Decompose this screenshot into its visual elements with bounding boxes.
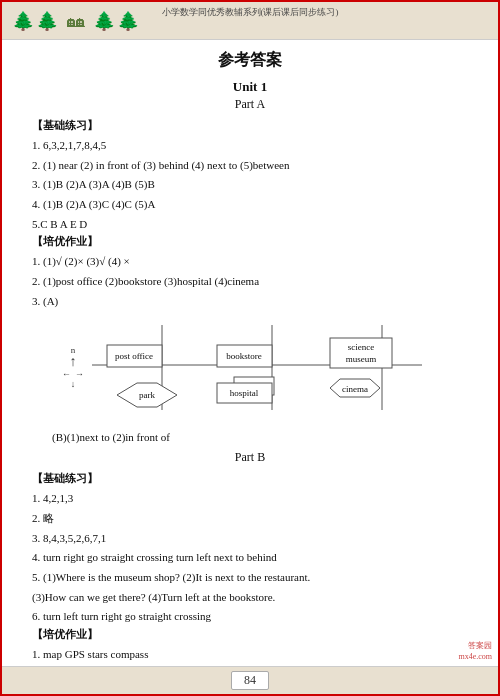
b-answer-4: 4. turn right go straight crossing turn … bbox=[32, 548, 468, 567]
top-banner: 🌲🌲 🏘 🌲🌲 小学数学同优秀教辅系列(课后课后同步练习) bbox=[2, 2, 498, 40]
main-title: 参考答案 bbox=[32, 50, 468, 71]
answer-1: 1. 6,3,2,1,7,8,4,5 bbox=[32, 136, 468, 155]
part-a-title: Part A bbox=[32, 97, 468, 112]
page-number: 84 bbox=[231, 671, 269, 690]
svg-text:hospital: hospital bbox=[230, 388, 259, 398]
part-b-title: Part B bbox=[32, 450, 468, 465]
b-answer-1: 1. 4,2,1,3 bbox=[32, 489, 468, 508]
section-label-peiyou-b: 【培优作业】 bbox=[32, 627, 468, 642]
section-label-peiyou: 【培优作业】 bbox=[32, 234, 468, 249]
b-answer-6: 6. turn left turn right go straight cros… bbox=[32, 607, 468, 626]
answer-3: 3. (1)B (2)A (3)A (4)B (5)B bbox=[32, 175, 468, 194]
diagram-svg: post office bookstore science museum hom… bbox=[82, 315, 452, 420]
svg-text:park: park bbox=[139, 390, 155, 400]
diagram-caption: (B)(1)next to (2)in front of bbox=[52, 428, 468, 447]
peiyou-2: 2. (1)post office (2)bookstore (3)hospit… bbox=[32, 272, 468, 291]
b-answer-5a: 5. (1)Where is the museum shop? (2)It is… bbox=[32, 568, 468, 587]
bottom-bar: 84 bbox=[2, 666, 498, 694]
svg-text:post office: post office bbox=[115, 351, 153, 361]
b-peiyou-1: 1. map GPS stars compass bbox=[32, 645, 468, 664]
page-container: 🌲🌲 🏘 🌲🌲 小学数学同优秀教辅系列(课后课后同步练习) 参考答案 Unit … bbox=[0, 0, 500, 696]
b-answer-5b: (3)How can we get there? (4)Turn left at… bbox=[32, 588, 468, 607]
peiyou-1: 1. (1)√ (2)× (3)√ (4) × bbox=[32, 252, 468, 271]
banner-trees-icon: 🌲🌲 🏘 🌲🌲 bbox=[12, 10, 141, 32]
answer-2: 2. (1) near (2) in front of (3) behind (… bbox=[32, 156, 468, 175]
main-content: 参考答案 Unit 1 Part A 【基础练习】 1. 6,3,2,1,7,8… bbox=[2, 40, 498, 694]
watermark: 答案园mx4e.com bbox=[458, 641, 492, 662]
peiyou-3: 3. (A) bbox=[32, 292, 468, 311]
section-label-jichu-b: 【基础练习】 bbox=[32, 471, 468, 486]
answer-4: 4. (1)B (2)A (3)C (4)C (5)A bbox=[32, 195, 468, 214]
svg-text:museum: museum bbox=[346, 354, 377, 364]
answer-5: 5.C B A E D bbox=[32, 215, 468, 234]
svg-text:cinema: cinema bbox=[342, 384, 368, 394]
compass-icon: n ↑ ←→ ↓ bbox=[62, 345, 84, 389]
unit-title: Unit 1 bbox=[32, 79, 468, 95]
svg-text:science: science bbox=[348, 342, 374, 352]
svg-text:bookstore: bookstore bbox=[226, 351, 262, 361]
b-answer-3: 3. 8,4,3,5,2,6,7,1 bbox=[32, 529, 468, 548]
section-label-jichu: 【基础练习】 bbox=[32, 118, 468, 133]
banner-title: 小学数学同优秀教辅系列(课后课后同步练习) bbox=[162, 6, 339, 19]
b-answer-2: 2. 略 bbox=[32, 509, 468, 528]
diagram-area: n ↑ ←→ ↓ post office bookstore bbox=[52, 315, 468, 424]
